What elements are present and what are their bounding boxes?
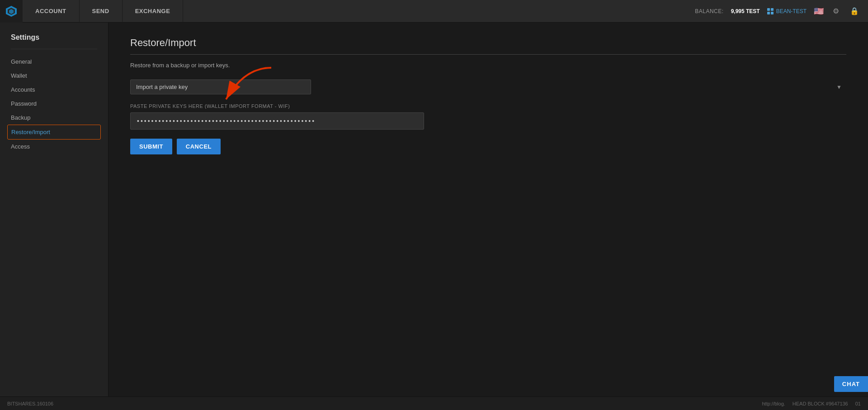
paste-label: PASTE PRIVATE KEYS HERE (WALLET IMPORT F… (130, 103, 846, 109)
lock-icon[interactable]: 🔒 (848, 5, 861, 17)
import-type-wrapper: Import a private key Restore from backup… (130, 79, 846, 94)
cancel-button[interactable]: CANCEL (177, 139, 221, 154)
action-buttons: SUBMIT CANCEL (130, 139, 846, 154)
sidebar-title: Settings (0, 33, 108, 49)
private-key-input[interactable] (130, 112, 424, 130)
logo-area[interactable] (0, 0, 23, 23)
sidebar-item-wallet[interactable]: Wallet (0, 69, 108, 83)
sidebar-item-accounts[interactable]: Accounts (0, 83, 108, 97)
balance-prefix: BALANCE: (695, 8, 723, 14)
bottom-block-num: 01 (855, 401, 861, 406)
bottom-block: HEAD BLOCK #9647136 (793, 401, 848, 406)
nav-send[interactable]: SEND (80, 0, 123, 23)
bottom-url: http://blog. (762, 401, 785, 406)
content-divider (130, 54, 846, 55)
chevron-down-icon: ▼ (836, 84, 842, 90)
flag-icon[interactable]: 🇺🇸 (814, 6, 824, 16)
logo-icon (5, 5, 18, 18)
nav-account[interactable]: ACCOUNT (23, 0, 80, 23)
bottom-right: http://blog. HEAD BLOCK #9647136 01 (762, 401, 861, 406)
account-badge[interactable]: BEAN-TEST (767, 8, 807, 14)
nav-right: BALANCE: 9,995 TEST BEAN-TEST 🇺🇸 ⚙ 🔒 (695, 5, 868, 17)
sidebar-item-backup[interactable]: Backup (0, 111, 108, 125)
account-name: BEAN-TEST (776, 8, 807, 14)
balance-value: 9,995 TEST (731, 8, 760, 14)
sidebar-item-access[interactable]: Access (0, 140, 108, 154)
grid-icon (767, 8, 774, 14)
content-area: Restore/Import Restore from a backup or … (108, 23, 868, 396)
sidebar-divider (11, 49, 97, 49)
main-layout: Settings General Wallet Accounts Passwor… (0, 23, 868, 396)
bottom-bar: BITSHARES.160106 http://blog. HEAD BLOCK… (0, 396, 868, 410)
submit-button[interactable]: SUBMIT (130, 139, 172, 154)
nav-exchange[interactable]: EXCHANGE (123, 0, 184, 23)
settings-icon[interactable]: ⚙ (831, 5, 841, 17)
content-subtitle: Restore from a backup or import keys. (130, 62, 846, 69)
bottom-left-text: BITSHARES.160106 (7, 401, 762, 406)
import-type-select[interactable]: Import a private key Restore from backup (130, 79, 311, 94)
topnav: ACCOUNT SEND EXCHANGE BALANCE: 9,995 TES… (0, 0, 868, 23)
sidebar: Settings General Wallet Accounts Passwor… (0, 23, 108, 396)
chat-button[interactable]: CHAT (834, 376, 868, 392)
page-title: Restore/Import (130, 37, 846, 49)
sidebar-item-general[interactable]: General (0, 55, 108, 69)
sidebar-item-password[interactable]: Password (0, 97, 108, 111)
sidebar-item-restore-import[interactable]: Restore/Import (7, 125, 101, 140)
